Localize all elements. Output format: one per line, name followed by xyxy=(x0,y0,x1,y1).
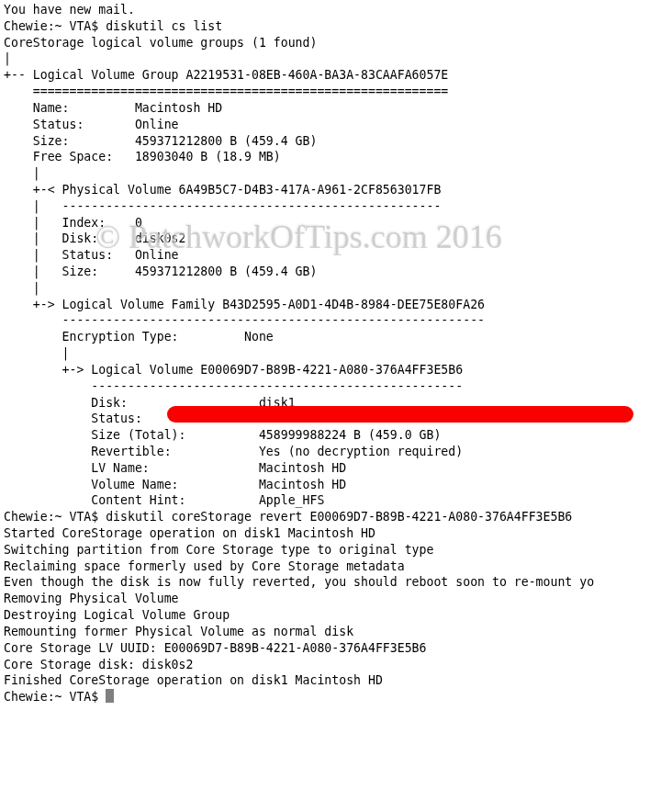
tree-pipe-top: | xyxy=(4,51,11,65)
lvg-status: Status: Online xyxy=(4,118,179,131)
lvf-line: +-> Logical Volume Family B43D2595-A0D1-… xyxy=(4,298,485,311)
lvg-size: Size: 459371212800 B (459.4 GB) xyxy=(4,134,317,148)
terminal-output[interactable]: You have new mail. Chewie:~ VTA$ diskuti… xyxy=(0,0,661,707)
command-2: diskutil coreStorage revert E00069D7-B89… xyxy=(106,510,572,524)
terminal-cursor xyxy=(106,689,114,703)
lvg-name: Name: Macintosh HD xyxy=(4,101,222,115)
lvf-encryption: Encryption Type: None xyxy=(4,330,274,344)
lvg-free: Free Space: 18903040 B (18.9 MB) xyxy=(4,150,281,164)
output-line-1: Started CoreStorage operation on disk1 M… xyxy=(4,526,375,540)
pv-index: | Index: 0 xyxy=(4,216,142,230)
pv-status: | Status: Online xyxy=(4,248,179,262)
pv-size: | Size: 459371212800 B (459.4 GB) xyxy=(4,265,317,278)
output-line-3: Reclaiming space formerly used by Core S… xyxy=(4,559,405,573)
redaction-bar xyxy=(167,406,633,423)
lv-lvname: LV Name: Macintosh HD xyxy=(4,461,346,475)
output-line-10: Finished CoreStorage operation on disk1 … xyxy=(4,673,383,687)
output-line-9: Core Storage disk: disk0s2 xyxy=(4,658,193,671)
pv-separator: | --------------------------------------… xyxy=(4,199,441,213)
output-line-8: Core Storage LV UUID: E00069D7-B89B-4221… xyxy=(4,641,427,655)
output-line-4: Even though the disk is now fully revert… xyxy=(4,575,594,589)
output-line-6: Destroying Logical Volume Group xyxy=(4,608,230,622)
lv-revertible: Revertible: Yes (no decryption required) xyxy=(4,445,463,458)
command-1: diskutil cs list xyxy=(106,19,222,33)
lv-line: +-> Logical Volume E00069D7-B89B-4221-A0… xyxy=(4,363,463,377)
output-line-5: Removing Physical Volume xyxy=(4,592,179,605)
lv-size: Size (Total): 458999988224 B (459.0 GB) xyxy=(4,428,441,442)
pv-disk: | Disk: disk0s2 xyxy=(4,231,186,245)
lvg-pipe: | xyxy=(4,166,40,180)
output-line-7: Remounting former Physical Volume as nor… xyxy=(4,625,353,638)
prompt-2: Chewie:~ VTA$ xyxy=(4,510,106,524)
lvg-line: +-- Logical Volume Group A2219531-08EB-4… xyxy=(4,68,448,82)
mail-line: You have new mail. xyxy=(4,3,135,17)
lvf-separator: ----------------------------------------… xyxy=(4,313,485,327)
prompt-3: Chewie:~ VTA$ xyxy=(4,690,106,704)
output-line-2: Switching partition from Core Storage ty… xyxy=(4,543,433,557)
lv-volname: Volume Name: Macintosh HD xyxy=(4,478,346,491)
prompt-1: Chewie:~ VTA$ xyxy=(4,19,106,33)
lvf-pipe: | xyxy=(4,346,69,360)
corestorage-header: CoreStorage logical volume groups (1 fou… xyxy=(4,36,317,50)
lvg-pipe-2: | xyxy=(4,281,40,295)
lv-content-hint: Content Hint: Apple_HFS xyxy=(4,493,324,507)
lvg-separator: ========================================… xyxy=(4,85,448,98)
lv-separator: ----------------------------------------… xyxy=(4,379,463,393)
pv-line: +-< Physical Volume 6A49B5C7-D4B3-417A-A… xyxy=(4,183,441,197)
